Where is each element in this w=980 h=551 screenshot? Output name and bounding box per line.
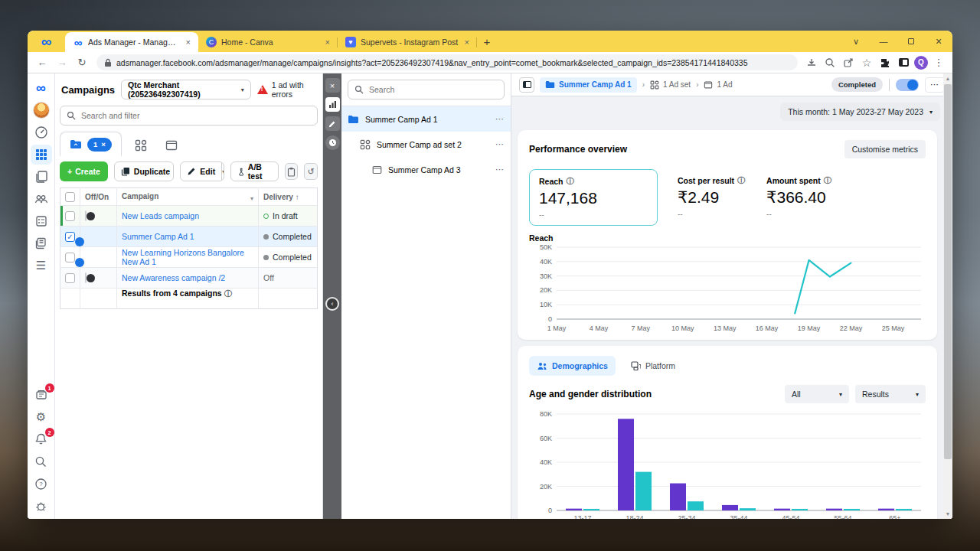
billing-icon[interactable] [31,233,52,253]
campaign-toggle-off[interactable] [85,210,87,221]
ad-account-avatar[interactable] [31,100,52,120]
breadcrumb-ad[interactable]: 1 Ad [704,80,732,89]
more-options-icon[interactable]: ⋯ [495,114,505,124]
col-header-toggle[interactable]: Off/On [80,188,117,206]
customise-metrics-button[interactable]: Customise metrics [844,140,926,158]
filter-count-pill[interactable]: 1× [87,138,112,152]
duplicate-button[interactable]: Duplicate ▾ [114,161,175,181]
ad-errors-alert[interactable]: 1 ad with errors [257,80,318,99]
tree-item-ad[interactable]: Summer Camp Ad 3 ⋯ [341,157,511,182]
search-nav-icon[interactable] [31,452,52,471]
edit-pencil-icon[interactable] [325,116,340,131]
create-button[interactable]: +Create [60,161,108,181]
maximize-button[interactable] [897,37,925,46]
settings-gear-icon[interactable]: ⚙ [31,407,52,427]
tab-ads-level[interactable] [160,135,183,156]
campaign-link[interactable]: New Learning Horizons Bangalore New Ad 1 [122,248,244,266]
row-checkbox[interactable] [65,273,75,283]
report-bug-icon[interactable] [31,496,52,516]
edit-button[interactable]: Edit ▾ [180,161,224,181]
tree-item-campaign[interactable]: Summer Camp Ad 1 ⋯ [341,106,511,132]
more-options-button[interactable]: ⋯ [925,77,945,93]
metric-amount-spent[interactable]: Amount spentⓘ ₹366.40 -- [765,169,833,226]
minimize-button[interactable]: — [870,37,897,46]
tab-close-icon[interactable]: × [324,37,332,47]
scrollbar-thumb[interactable] [944,84,952,459]
tab-demographics[interactable]: Demographics [529,356,616,376]
tab-close-icon[interactable]: × [185,37,192,47]
toggle-sidebar-icon[interactable] [519,77,534,93]
metric-reach[interactable]: Reachⓘ 147,168 -- [529,169,658,226]
clear-filter-icon[interactable]: × [101,140,106,148]
meta-home-icon[interactable]: ∞ [31,78,52,98]
forward-button[interactable]: → [54,57,70,68]
more-options-icon[interactable]: ⋯ [495,165,505,174]
bookmark-star-icon[interactable]: ☆ [859,55,874,70]
browser-menu-icon[interactable]: ⋮ [931,55,946,70]
insights-scrollbar[interactable]: ▲ ▼ [943,73,952,519]
whats-new-icon[interactable]: 1 [31,385,52,405]
breadcrumb-campaign[interactable]: Summer Camp Ad 1 [540,77,637,93]
ads-reporting-icon[interactable] [31,167,52,187]
tab-close-icon[interactable]: × [463,37,471,47]
notifications-bell-icon[interactable]: 2 [31,429,52,449]
undo-button[interactable]: ↺ [304,163,318,180]
audiences-icon[interactable] [31,189,52,209]
tree-search-input[interactable] [369,85,498,94]
campaign-active-toggle[interactable] [896,79,919,91]
col-header-campaign[interactable]: Campaign ▾ [117,188,259,206]
metric-cost-per-result[interactable]: Cost per resultⓘ ₹2.49 -- [676,169,746,226]
table-row: ✓ Summer Camp Ad 1 Completed [60,227,318,247]
charts-icon[interactable] [325,97,340,112]
account-selector[interactable]: Qtc Merchant (205236492307419) ▾ [121,80,251,99]
select-all-checkbox[interactable] [65,192,75,202]
collapse-panel-icon[interactable]: ‹ [327,298,338,309]
tab-platform[interactable]: Platform [623,356,683,376]
address-bar[interactable]: adsmanager.facebook.com/adsmanager/manag… [96,54,798,70]
breadcrumb-adset[interactable]: 1 Ad set [650,80,691,90]
tab-adsets-level[interactable] [129,135,152,156]
campaign-link[interactable]: New Awareness campaign /2 [122,273,225,282]
back-button[interactable]: ← [34,57,51,68]
ab-test-button[interactable]: A/B test [230,161,279,181]
col-header-delivery[interactable]: Delivery ↑ [259,188,318,206]
row-checkbox[interactable] [65,253,75,262]
browser-tab-supervets[interactable]: ♥ Supervets - Instagram Post × [338,32,477,52]
metric-filter-select[interactable]: Results▾ [855,385,926,403]
automated-rules-icon[interactable] [31,211,52,231]
install-icon[interactable] [804,55,819,70]
more-options-icon[interactable]: ⋯ [495,139,505,149]
clipboard-button[interactable] [285,163,299,180]
campaigns-search[interactable] [60,106,318,126]
tree-item-adset[interactable]: Summer Camp ad set 2 ⋯ [341,132,511,157]
all-tools-icon[interactable]: ☰ [31,256,52,276]
zoom-icon[interactable] [822,55,838,70]
new-tab-button[interactable]: + [477,31,497,51]
browser-tab-canva[interactable]: C Home - Canva × [198,32,338,52]
row-checkbox-checked[interactable]: ✓ [65,232,75,242]
history-clock-icon[interactable] [325,135,340,150]
edit-caret[interactable]: ▾ [221,162,224,181]
campaign-link[interactable]: Summer Camp Ad 1 [122,232,194,241]
side-panel-icon[interactable] [896,55,911,70]
profile-avatar[interactable]: Q [914,56,928,70]
pinned-tab-meta[interactable]: ∞ [28,31,65,52]
campaigns-search-input[interactable] [81,111,311,120]
close-insights-icon[interactable]: × [325,78,340,93]
date-range-selector[interactable]: This month: 1 May 2023-27 May 2023 ▾ [780,103,940,121]
campaign-toggle-off[interactable] [85,272,87,283]
tab-campaigns-level[interactable]: 1× [60,132,122,156]
share-icon[interactable] [841,55,856,70]
tree-search[interactable] [348,80,505,99]
help-icon[interactable]: ? [31,474,52,494]
account-overview-icon[interactable] [31,122,52,142]
reload-button[interactable]: ↻ [74,57,90,68]
browser-tab-ads-manager[interactable]: ∞ Ads Manager - Manage ads - Ca × [65,32,198,52]
window-close-button[interactable]: × [925,35,952,47]
campaign-link[interactable]: New Leads campaign [122,211,199,220]
row-checkbox[interactable] [65,211,75,221]
gender-filter-select[interactable]: All▾ [785,385,849,403]
extensions-puzzle-icon[interactable] [877,55,893,70]
campaigns-nav-icon[interactable] [31,145,52,165]
tab-search-icon[interactable]: ∨ [842,37,870,47]
